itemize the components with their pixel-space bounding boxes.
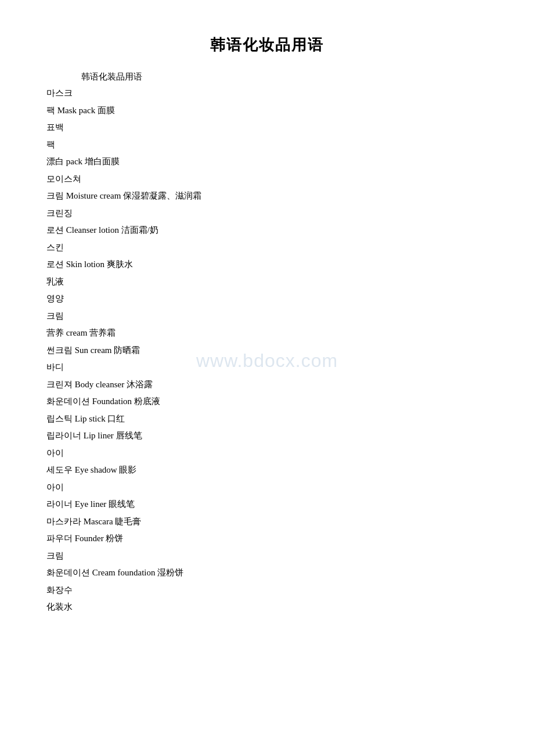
list-item: 아이 <box>46 480 488 495</box>
list-item: 크림 <box>46 549 488 564</box>
subtitle: 韩语化装品用语 <box>81 71 488 82</box>
list-item: 화장수 <box>46 583 488 598</box>
list-item: 마스크 <box>46 86 488 101</box>
list-item: 化装水 <box>46 600 488 615</box>
list-item: 营养 cream 营养霜 <box>46 326 488 341</box>
list-item: 립라이너 Lip liner 唇线笔 <box>46 429 488 444</box>
list-item: 로션 Cleanser lotion 洁面霜/奶 <box>46 223 488 238</box>
list-item: 파우더 Founder 粉饼 <box>46 531 488 546</box>
list-item: 스킨 <box>46 240 488 255</box>
list-item: 립스틱 Lip stick 口红 <box>46 412 488 427</box>
list-item: 모이스쳐 <box>46 172 488 187</box>
list-item: 화운데이션 Cream foundation 湿粉饼 <box>46 566 488 581</box>
list-item: 썬크림 Sun cream 防晒霜 <box>46 343 488 358</box>
list-item: 화운데이션 Foundation 粉底液 <box>46 394 488 409</box>
list-item: 크림 Moisture cream 保湿碧凝露、滋润霜 <box>46 189 488 204</box>
page-title: 韩语化妆品用语 <box>46 35 488 55</box>
list-item: 크린져 Body cleanser 沐浴露 <box>46 377 488 393</box>
content-area: www.bdocx.com 韩语化装品用语 마스크팩 Mask pack 面膜표… <box>46 71 488 615</box>
list-item: 표백 <box>46 120 488 135</box>
list-item: 크림 <box>46 309 488 324</box>
list-item: 라이너 Eye liner 眼线笔 <box>46 497 488 512</box>
list-item: 乳液 <box>46 275 488 290</box>
list-item: 팩 Mask pack 面膜 <box>46 103 488 118</box>
list-item: 영양 <box>46 291 488 307</box>
lines-container: 마스크팩 Mask pack 面膜표백팩漂白 pack 增白面膜모이스쳐크림 M… <box>46 86 488 615</box>
list-item: 팩 <box>46 138 488 153</box>
list-item: 마스카라 Mascara 睫毛膏 <box>46 514 488 530</box>
list-item: 바디 <box>46 360 488 375</box>
list-item: 세도우 Eye shadow 眼影 <box>46 463 488 478</box>
list-item: 크린징 <box>46 206 488 221</box>
list-item: 漂白 pack 增白面膜 <box>46 154 488 170</box>
list-item: 아이 <box>46 446 488 461</box>
list-item: 로션 Skin lotion 爽肤水 <box>46 257 488 272</box>
